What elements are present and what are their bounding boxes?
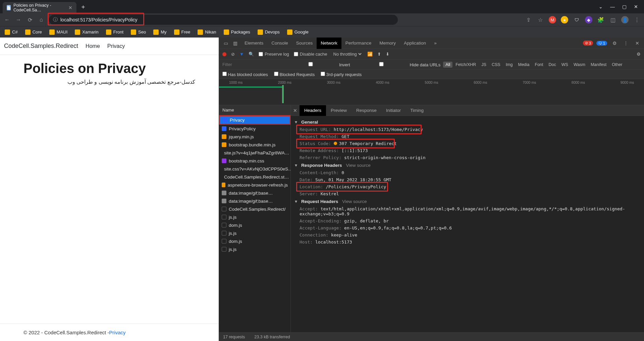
request-row[interactable]: jquery.min.js [219, 133, 290, 141]
filter-chip-img[interactable]: Img [503, 62, 515, 68]
sidepanel-icon[interactable]: ◫ [609, 16, 616, 23]
reload-button[interactable]: ⟳ [26, 16, 34, 23]
request-row[interactable]: PrivacyPolicy [219, 125, 290, 133]
view-source-link[interactable]: View source [342, 199, 367, 204]
preserve-log-checkbox[interactable]: Preserve log [259, 52, 289, 57]
filter-input[interactable] [222, 62, 279, 67]
filter-chip-css[interactable]: CSS [489, 62, 503, 68]
request-row[interactable]: Privacy [219, 115, 290, 125]
minimize-icon[interactable]: — [610, 4, 615, 9]
disable-cache-checkbox[interactable]: Disable cache [294, 52, 327, 57]
filter-chip-doc[interactable]: Doc [546, 62, 558, 68]
filter-chip-ws[interactable]: WS [559, 62, 571, 68]
detail-tab-timing[interactable]: Timing [406, 105, 428, 116]
request-row[interactable]: js.js [219, 245, 290, 253]
check-blocked-requests[interactable]: Blocked Requests [274, 72, 315, 77]
bookmark-free[interactable]: Free [174, 29, 191, 35]
bookmark-front[interactable]: Front [106, 29, 123, 35]
request-row[interactable]: CodeCell.Samples.Redirect/ [219, 205, 290, 213]
request-list-header[interactable]: Name [219, 105, 290, 115]
filter-chip-font[interactable]: Font [533, 62, 546, 68]
console-errors-badge[interactable]: ⊘ 3 [583, 41, 593, 46]
request-row[interactable]: site.js?v=4q1jwFhaPaZgr8WA… [219, 149, 290, 157]
detail-tab-headers[interactable]: Headers [300, 105, 326, 116]
check-3rd-party-requests[interactable]: 3rd-party requests [321, 72, 362, 77]
home-button[interactable]: ⌂ [38, 16, 45, 23]
browser-tab[interactable]: 📄 Policies on Privacy - CodeCell.Sa… ✕ [3, 2, 76, 13]
devtools-tab-application[interactable]: Application [400, 38, 430, 49]
detail-tab-initiator[interactable]: Initiator [381, 105, 406, 116]
devtools-tab-console[interactable]: Console [267, 38, 292, 49]
address-bar[interactable]: ⓘ localhost:5173/Policies/PrivacyPolicy [49, 15, 398, 25]
request-row[interactable]: dom.js [219, 237, 290, 245]
inspect-icon[interactable]: ▭ [222, 41, 230, 46]
browser-menu-icon[interactable]: ⋮ [633, 16, 641, 23]
devtools-tab-memory[interactable]: Memory [375, 38, 400, 49]
filter-chip-other[interactable]: Other [609, 62, 625, 68]
section-response-headers[interactable]: Response HeadersView source [291, 161, 644, 169]
nav-privacy[interactable]: Privacy [107, 43, 125, 49]
more-panels-icon[interactable]: » [431, 41, 439, 46]
filter-chip-all[interactable]: All [443, 62, 452, 68]
extension-gmail-icon[interactable]: M [549, 16, 556, 23]
maximize-icon[interactable]: ▢ [622, 4, 627, 9]
close-window-icon[interactable]: ✕ [634, 4, 638, 9]
request-row[interactable]: js.js [219, 213, 290, 221]
bookmark-packages[interactable]: Packages [224, 29, 250, 35]
site-brand[interactable]: CodeCell.Samples.Redirect [4, 43, 78, 50]
request-row[interactable]: data:image/gif;base… [219, 197, 290, 205]
network-settings-icon[interactable]: ⚙ [637, 52, 641, 57]
search-icon[interactable]: 🔍 [249, 52, 254, 57]
bookmark-nikan[interactable]: Nikan [198, 29, 216, 35]
extension-icon[interactable]: ● [561, 16, 568, 23]
filter-chip-wasm[interactable]: Wasm [571, 62, 588, 68]
bookmark-c#[interactable]: C# [5, 29, 18, 35]
bookmark-google[interactable]: Google [287, 29, 309, 35]
export-har-icon[interactable]: ⬇ [386, 52, 389, 57]
bookmark-seo[interactable]: Seo [131, 29, 146, 35]
footer-privacy-link[interactable]: Privacy [109, 330, 125, 335]
filter-chip-manifest[interactable]: Manifest [588, 62, 609, 68]
import-har-icon[interactable]: ⬆ [377, 52, 381, 57]
site-info-icon[interactable]: ⓘ [53, 17, 58, 23]
network-conditions-icon[interactable]: 📶 [367, 52, 373, 57]
request-row[interactable]: CodeCell.Samples.Redirect.st… [219, 173, 290, 181]
invert-checkbox[interactable]: Invert [282, 62, 350, 67]
request-row[interactable]: dom.js [219, 221, 290, 229]
filter-chip-js[interactable]: JS [479, 62, 489, 68]
check-has-blocked-cookies[interactable]: Has blocked cookies [222, 72, 268, 77]
bookmark-core[interactable]: Core [25, 29, 42, 35]
devtools-close-icon[interactable]: ✕ [633, 41, 641, 46]
devtools-menu-icon[interactable]: ⋮ [622, 41, 630, 46]
new-tab-button[interactable]: ＋ [78, 3, 88, 11]
network-timeline[interactable]: 1000 ms2000 ms3000 ms4000 ms5000 ms6000 … [219, 79, 644, 105]
record-button[interactable] [222, 52, 226, 56]
devtools-tab-elements[interactable]: Elements [240, 38, 267, 49]
detail-tab-preview[interactable]: Preview [326, 105, 352, 116]
filter-chip-media[interactable]: Media [516, 62, 532, 68]
request-row[interactable]: data:image/gif;base… [219, 189, 290, 197]
request-row[interactable]: bootstrap.min.css [219, 157, 290, 165]
bookmark-my[interactable]: My [153, 29, 166, 35]
bookmark-star-icon[interactable]: ☆ [537, 16, 544, 23]
section-request-headers[interactable]: Request HeadersView source [291, 197, 644, 205]
extension-icon-2[interactable]: ◆ [585, 16, 592, 23]
hide-dataurls-checkbox[interactable]: Hide data URLs [353, 62, 441, 67]
search-tabs-icon[interactable]: ⌄ [599, 4, 603, 9]
devtools-settings-icon[interactable]: ⚙ [610, 41, 619, 46]
details-close-icon[interactable]: ✕ [291, 108, 300, 113]
console-issues-badge[interactable]: 🗨 1 [596, 41, 607, 46]
view-source-link[interactable]: View source [346, 163, 371, 168]
bookmark-maui[interactable]: MAUI [49, 29, 68, 35]
filter-chip-fetchxhr[interactable]: Fetch/XHR [453, 62, 478, 68]
device-toggle-icon[interactable]: ▥ [231, 41, 239, 46]
nav-home[interactable]: Home [86, 43, 100, 49]
extensions-icon[interactable]: 🧩 [597, 16, 604, 23]
bookmark-devops[interactable]: Devops [258, 29, 280, 35]
request-row[interactable]: aspnetcore-browser-refresh.js [219, 181, 290, 189]
bookmark-xamarin[interactable]: Xamarin [75, 29, 98, 35]
forward-button[interactable]: → [15, 16, 22, 23]
devtools-tab-network[interactable]: Network [317, 38, 341, 49]
devtools-tab-performance[interactable]: Performance [341, 38, 375, 49]
filter-toggle-icon[interactable]: ▼ [239, 52, 244, 57]
